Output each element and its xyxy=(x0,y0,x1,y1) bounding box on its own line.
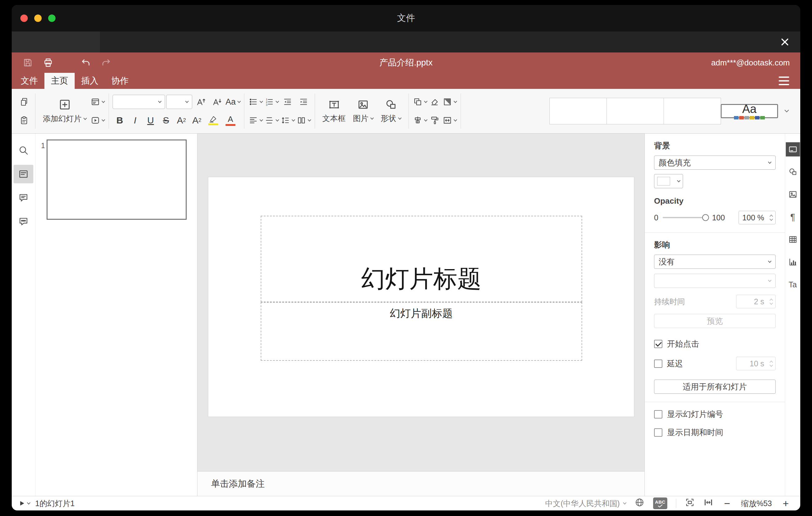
decrease-indent-button[interactable] xyxy=(280,94,295,109)
slides-panel-button[interactable] xyxy=(13,165,33,183)
zoom-out-button[interactable]: − xyxy=(722,497,732,510)
change-layout-button[interactable] xyxy=(90,94,105,109)
tab-home[interactable]: 主页 xyxy=(45,73,75,89)
right-icon-sidebar: ¶ Ta xyxy=(785,134,800,496)
toolbar-separator xyxy=(461,93,461,129)
tab-collaboration[interactable]: 协作 xyxy=(105,73,135,89)
bold-button[interactable]: B xyxy=(113,113,127,128)
comments-panel-button[interactable] xyxy=(13,189,33,207)
minimize-window-button[interactable] xyxy=(34,15,42,22)
theme-option-2[interactable] xyxy=(607,98,664,124)
spinner-arrows-icon[interactable] xyxy=(767,295,775,308)
delay-spinner[interactable]: 10 s xyxy=(736,357,776,370)
insert-textbox-button[interactable]: 文本框 xyxy=(319,93,349,129)
search-button[interactable] xyxy=(13,141,33,160)
close-window-button[interactable] xyxy=(20,15,28,22)
increase-indent-button[interactable] xyxy=(296,94,311,109)
print-button[interactable] xyxy=(42,57,54,68)
opacity-spinner[interactable]: 100 % xyxy=(738,211,776,224)
menu-hamburger-icon[interactable] xyxy=(779,77,789,85)
copy-button[interactable] xyxy=(17,94,31,109)
font-color-button[interactable]: A xyxy=(223,113,238,128)
paragraph-settings-tab[interactable]: ¶ xyxy=(786,210,800,224)
theme-option-selected[interactable]: Aa xyxy=(721,104,778,118)
change-case-button[interactable]: Aa xyxy=(226,94,240,109)
slide-settings-tab[interactable] xyxy=(786,142,800,156)
show-date-time-checkbox[interactable] xyxy=(654,428,662,437)
chat-panel-button[interactable] xyxy=(13,212,33,231)
theme-gallery-expand-button[interactable] xyxy=(778,93,795,129)
increase-font-size-button[interactable] xyxy=(194,94,208,109)
chevron-down-icon xyxy=(370,116,374,119)
slide-surface[interactable]: 幻灯片标题 幻灯片副标题 xyxy=(208,177,634,417)
fit-width-button[interactable] xyxy=(703,497,713,509)
window-title: 文件 xyxy=(397,12,415,24)
slide-size-button[interactable] xyxy=(442,113,457,128)
table-settings-tab[interactable] xyxy=(786,232,800,247)
insert-shape-button[interactable]: 形状 xyxy=(377,93,405,129)
align-shapes-button[interactable] xyxy=(412,113,427,128)
theme-option-1[interactable] xyxy=(549,98,607,124)
line-spacing-button[interactable] xyxy=(280,113,295,128)
paste-button[interactable] xyxy=(17,113,31,128)
fit-slide-button[interactable] xyxy=(685,497,695,509)
effect-type-select[interactable] xyxy=(654,274,776,288)
decrease-font-size-button[interactable] xyxy=(209,94,224,109)
underline-button[interactable]: U xyxy=(143,113,158,128)
language-select[interactable]: 中文(中华人民共和国) xyxy=(545,498,626,509)
subscript-button[interactable]: A2 xyxy=(190,113,204,128)
fill-color-button[interactable] xyxy=(442,94,457,109)
undo-button[interactable] xyxy=(80,57,91,68)
duration-spinner[interactable]: 2 s xyxy=(736,295,776,308)
maximize-window-button[interactable] xyxy=(48,15,56,22)
start-slideshow-button[interactable] xyxy=(90,113,105,128)
effect-select[interactable]: 没有 xyxy=(654,255,776,269)
italic-button[interactable]: I xyxy=(128,113,142,128)
show-slide-number-checkbox[interactable] xyxy=(654,410,662,419)
apply-to-all-slides-button[interactable]: 适用于所有幻灯片 xyxy=(654,380,776,394)
set-language-button[interactable] xyxy=(635,497,644,509)
dialog-close-button[interactable] xyxy=(779,36,791,48)
shape-settings-tab[interactable] xyxy=(786,165,800,179)
slide-thumbnail-1[interactable] xyxy=(47,140,187,220)
insert-image-button[interactable]: 图片 xyxy=(349,93,377,129)
clear-style-button[interactable] xyxy=(427,94,442,109)
font-name-select[interactable] xyxy=(113,95,165,109)
background-color-picker[interactable] xyxy=(654,174,683,188)
numbering-button[interactable]: 123 xyxy=(264,94,279,109)
zoom-in-button[interactable]: + xyxy=(781,497,791,510)
document-title: 产品介绍.pptx xyxy=(379,57,433,68)
start-slideshow-statusbar-button[interactable] xyxy=(18,498,30,509)
spinner-arrows-icon[interactable] xyxy=(767,211,775,224)
subtitle-placeholder[interactable]: 幻灯片副标题 xyxy=(261,302,582,361)
superscript-button[interactable]: A2 xyxy=(174,113,188,128)
bullets-button[interactable] xyxy=(248,94,263,109)
opacity-slider[interactable] xyxy=(663,217,708,218)
preview-button[interactable]: 预览 xyxy=(654,314,776,328)
spellcheck-toggle[interactable]: ABC xyxy=(653,497,667,509)
strikethrough-button[interactable]: S xyxy=(159,113,173,128)
textart-settings-tab[interactable]: Ta xyxy=(786,278,800,292)
font-size-select[interactable] xyxy=(166,95,192,109)
vertical-align-button[interactable] xyxy=(264,113,279,128)
opacity-slider-handle[interactable] xyxy=(702,214,709,221)
title-placeholder[interactable]: 幻灯片标题 xyxy=(261,216,582,302)
image-settings-tab[interactable] xyxy=(786,187,800,202)
tab-insert[interactable]: 插入 xyxy=(75,73,105,89)
background-fill-select[interactable]: 颜色填充 xyxy=(654,155,776,170)
delay-checkbox[interactable] xyxy=(654,360,662,368)
spinner-arrows-icon[interactable] xyxy=(767,357,775,370)
save-button[interactable] xyxy=(22,57,33,68)
theme-option-3[interactable] xyxy=(664,98,721,124)
columns-button[interactable] xyxy=(296,113,311,128)
tab-file[interactable]: 文件 xyxy=(14,73,45,89)
add-slide-button[interactable]: 添加幻灯片 xyxy=(39,93,90,129)
start-on-click-checkbox[interactable] xyxy=(654,340,662,348)
horizontal-align-button[interactable] xyxy=(248,113,263,128)
chart-settings-tab[interactable] xyxy=(786,255,800,269)
copy-style-button[interactable] xyxy=(427,113,442,128)
redo-button[interactable] xyxy=(100,57,112,68)
notes-area[interactable]: 单击添加备注 xyxy=(198,471,644,496)
highlight-color-button[interactable] xyxy=(205,113,221,128)
arrange-shapes-button[interactable] xyxy=(412,94,427,109)
